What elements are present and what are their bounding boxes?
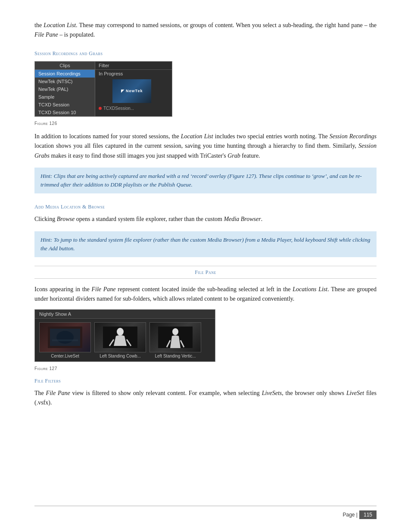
figure-127-image: Nightly Show A Center.LiveSet [34, 309, 215, 362]
newtk-pal-item: NewTek (PAL) [35, 85, 95, 93]
intro-paragraph: the Location List. These may correspond … [34, 21, 377, 40]
footer-divider [34, 506, 377, 506]
hint-box-2: Hint: To jump to the standard system fil… [34, 231, 377, 257]
svg-rect-3 [52, 339, 78, 341]
tcxd-session-item: TCXD Session [35, 101, 95, 109]
file-pane-ref1: File Pane [34, 31, 58, 38]
thumb3-label: Left Standing Vertic... [149, 352, 201, 360]
page-container: the Location List. These may correspond … [0, 0, 411, 439]
page-footer: Page | 115 [341, 510, 377, 519]
para-file-pane: Icons appearing in the File Pane represe… [34, 285, 377, 304]
session-recordings-item: Session Recordings [35, 70, 95, 78]
thumb2 [94, 322, 146, 352]
para-file-filters: The File Pane view is filtered to show o… [34, 389, 377, 408]
para-recordings: In addition to locations named for your … [34, 132, 377, 161]
file-pane-section-divider: File Pane [34, 266, 377, 279]
thumb-item-2: Left Standing Cowb... [94, 322, 146, 360]
section-file-pane-heading: File Pane [195, 269, 216, 276]
filter-row: Filter [95, 62, 172, 70]
fig127-header: Nightly Show A [35, 310, 215, 319]
fig126-thumbnail: ◤ NewTek [112, 79, 151, 103]
figure-126-caption: Figure 126 [34, 121, 377, 126]
thumb1-svg [48, 327, 82, 348]
red-record-dot [99, 107, 102, 110]
intro-text3: – is populated. [58, 31, 95, 38]
session-label: TCXDSession... [95, 105, 172, 112]
thumb1-label: Center.LiveSet [39, 352, 91, 360]
tcxd-session10-item: TCXD Session 10 [35, 109, 95, 116]
in-progress-label: In Progress [95, 70, 172, 78]
figure-127-caption: Figure 127 [34, 366, 377, 371]
clips-header: Clips [35, 62, 95, 70]
hint-box-1: Hint: Clips that are being actively capt… [34, 168, 377, 193]
fig127-thumbnails: Center.LiveSet Left Standing Cowb... [35, 319, 215, 361]
svg-point-2 [56, 331, 74, 344]
page-number: 115 [359, 510, 377, 519]
intro-text2: . These may correspond to named sessions… [76, 22, 377, 28]
svg-point-5 [117, 328, 124, 336]
sample-item: Sample [35, 93, 95, 101]
thumb-item-1: Center.LiveSet [39, 322, 91, 360]
figure-126-image: Clips Session Recordings NewTek (NTSC) N… [34, 61, 172, 117]
thumb2-label: Left Standing Cowb... [94, 352, 146, 360]
thumb3-svg [158, 327, 193, 348]
section-add-media-heading: Add Media Location & Browse [34, 204, 377, 210]
newtk-ntsc-item: NewTek (NTSC) [35, 78, 95, 85]
thumb-item-3: Left Standing Vertic... [149, 322, 201, 360]
newtek-logo: ◤ NewTek [121, 89, 143, 93]
intro-text1: the [34, 22, 44, 28]
svg-point-9 [172, 328, 178, 335]
page-label: Page | [341, 510, 359, 519]
section-file-filters-heading: File Filters [34, 378, 377, 384]
thumb1 [39, 322, 91, 352]
location-list-ref1: Location List [44, 22, 76, 28]
section-recordings-heading: Session Recordings and Grabs [34, 50, 377, 57]
thumb2-svg [103, 327, 137, 348]
para-browse: Clicking Browse opens a standard system … [34, 215, 377, 224]
thumb3 [149, 322, 201, 352]
